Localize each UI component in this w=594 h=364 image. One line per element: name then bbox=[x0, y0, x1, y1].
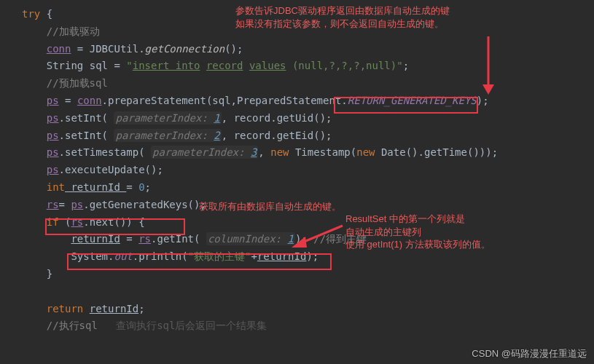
code-line: String sql = "insert into record values … bbox=[22, 58, 594, 75]
code-line: ps.executeUpdate(); bbox=[22, 162, 594, 179]
code-line: //执行sql 查询执行sql后会返回一个结果集 bbox=[22, 317, 594, 335]
code-block: try { //加载驱动 conn = JDBCUtil.getConnecti… bbox=[22, 6, 594, 335]
highlight-box-return-keys bbox=[334, 97, 478, 114]
code-line: //预加载sql bbox=[22, 75, 594, 92]
highlight-box-getint bbox=[67, 253, 332, 270]
highlight-box-generated-keys bbox=[45, 218, 185, 235]
field-ps: ps bbox=[47, 95, 59, 106]
code-line: ps.setInt( parameterIndex: 1, record.get… bbox=[22, 110, 594, 127]
code-line: int returnId = 0; bbox=[22, 179, 594, 197]
code-line: ps.setInt( parameterIndex: 2, record.get… bbox=[22, 127, 594, 145]
comment: //加载驱动 bbox=[47, 25, 100, 37]
code-line: return returnId; bbox=[22, 301, 594, 318]
code-line: conn = JDBCUtil.getConnection(); bbox=[22, 41, 594, 58]
code-line: ps = conn.prepareStatement(sql,PreparedS… bbox=[22, 92, 594, 110]
annotation-resultset: ResultSet 中的第一个列就是 自动生成的主键列 使用 getInt(1)… bbox=[345, 213, 491, 251]
annotation-param-explain: 参数告诉JDBC驱动程序返回由数据库自动生成的键 如果没有指定该参数，则不会返回… bbox=[235, 4, 450, 30]
comment: //预加载sql bbox=[47, 77, 108, 89]
annotation-get-keys: 获取所有由数据库自动生成的键。 bbox=[199, 200, 341, 213]
watermark: CSDN @码路漫漫任重道远 bbox=[472, 347, 587, 360]
code-line: ps.setTimestamp( parameterIndex: 3, new … bbox=[22, 144, 594, 162]
keyword-try: try bbox=[22, 8, 40, 20]
field-rs: rs bbox=[47, 199, 59, 210]
field-conn: conn bbox=[47, 43, 71, 55]
